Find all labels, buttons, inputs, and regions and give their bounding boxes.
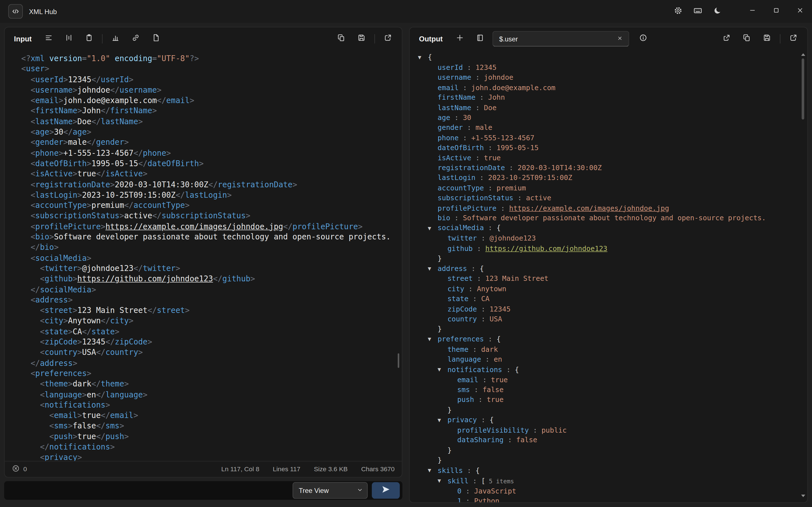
code-token: > xyxy=(77,337,82,347)
tree-url-link[interactable]: https://github.com/johndoe123 xyxy=(485,244,607,252)
settings-button[interactable] xyxy=(668,0,688,23)
tree-line: username : johndoe xyxy=(410,73,808,83)
code-token: city xyxy=(110,316,129,326)
tree-key: address xyxy=(438,264,467,272)
code-token: ?> xyxy=(190,54,199,63)
gear-icon xyxy=(673,6,682,17)
tree-line: theme : dark xyxy=(410,344,808,355)
xml-editor[interactable]: <?xml version="1.0" encoding="UTF-8"?><u… xyxy=(5,50,402,461)
tree-separator: : xyxy=(459,133,471,142)
format-button[interactable] xyxy=(41,31,57,47)
code-token xyxy=(21,369,31,378)
code-token: < xyxy=(31,295,35,304)
code-token: > xyxy=(129,316,134,326)
tree-line: lastLogin : 2023-10-25T09:15:00Z xyxy=(410,173,808,183)
tree-url-link[interactable]: https://example.com/images/johndoe.jpg xyxy=(509,204,669,212)
code-token: email xyxy=(54,411,77,420)
code-token: > xyxy=(143,169,148,179)
code-token xyxy=(21,127,31,136)
tree-key: bio xyxy=(438,214,450,222)
keyboard-button[interactable] xyxy=(688,0,707,23)
copy-output-button[interactable] xyxy=(739,31,755,47)
minify-button[interactable] xyxy=(61,31,77,47)
output-scrollbar-thumb[interactable] xyxy=(802,59,804,120)
expand-nodes-button[interactable] xyxy=(452,31,467,47)
output-scrollbar[interactable] xyxy=(801,52,806,498)
code-line: <preferences> xyxy=(21,369,402,379)
scroll-up-arrow-icon[interactable] xyxy=(801,53,805,56)
convert-button[interactable] xyxy=(372,482,400,499)
code-line: <user> xyxy=(21,64,402,74)
jsonpath-input[interactable] xyxy=(498,34,614,43)
scroll-down-arrow-icon[interactable] xyxy=(801,495,805,497)
fullscreen-input-button[interactable] xyxy=(380,31,396,47)
collapse-arrow-icon[interactable]: ▼ xyxy=(428,334,438,344)
code-token xyxy=(21,253,31,263)
code-token: </ xyxy=(213,274,222,284)
code-line: <bio>Software developer passionate about… xyxy=(21,232,402,242)
json-tree[interactable]: ▼{userId : 12345username : johndoeemail … xyxy=(410,50,808,502)
close-button[interactable] xyxy=(788,0,812,23)
collapse-arrow-icon[interactable]: ▼ xyxy=(428,223,438,233)
code-token xyxy=(21,264,40,273)
editor-scrollbar-thumb[interactable] xyxy=(398,353,400,368)
tree-key: lastLogin xyxy=(438,173,475,182)
fullscreen-output-button[interactable] xyxy=(785,31,801,47)
window-title: XML Hub xyxy=(29,8,57,15)
collapse-arrow-icon[interactable]: ▼ xyxy=(438,476,448,486)
tree-separator: : xyxy=(459,83,471,91)
toolbar-divider xyxy=(780,34,780,43)
app-window: XML Hub xyxy=(0,0,812,507)
toolbar-divider xyxy=(102,34,103,43)
clear-search-button[interactable] xyxy=(614,33,625,45)
code-token: city xyxy=(45,316,63,326)
maximize-button[interactable] xyxy=(764,0,788,23)
code-url-link[interactable]: https://github.com/johndoe123 xyxy=(77,274,213,284)
collapse-arrow-icon[interactable]: ▼ xyxy=(418,52,428,62)
code-token xyxy=(21,75,31,84)
collapse-arrow-icon[interactable]: ▼ xyxy=(428,466,438,476)
raw-view-button[interactable] xyxy=(472,31,488,47)
copy-input-button[interactable] xyxy=(334,31,349,47)
code-token: > xyxy=(87,159,92,168)
paste-icon xyxy=(85,34,93,44)
code-token: < xyxy=(40,390,45,399)
sample-file-button[interactable] xyxy=(148,31,164,47)
code-token: 12345 xyxy=(82,337,105,347)
code-line: <twitter>@johndoe123</twitter> xyxy=(21,263,402,274)
code-token: < xyxy=(31,117,35,126)
link-button[interactable] xyxy=(128,31,144,47)
query-info-button[interactable] xyxy=(635,31,651,47)
stats-button[interactable] xyxy=(108,31,123,47)
share-output-button[interactable] xyxy=(719,31,734,47)
tree-key: city xyxy=(448,284,464,293)
paste-button[interactable] xyxy=(82,31,97,47)
code-url-link[interactable]: https://example.com/images/johndoe.jpg xyxy=(105,222,283,231)
tree-line: phone : +1-555-123-4567 xyxy=(410,133,808,143)
tree-value: premium xyxy=(497,184,526,192)
code-token xyxy=(45,54,49,63)
code-token xyxy=(21,222,31,231)
collapse-arrow-icon[interactable]: ▼ xyxy=(438,415,448,425)
code-token: > xyxy=(115,327,119,336)
tree-value: 1995-05-15 xyxy=(497,144,539,152)
tree-separator: : xyxy=(463,466,476,474)
theme-toggle-button[interactable] xyxy=(707,0,727,23)
save-output-button[interactable] xyxy=(759,31,775,47)
minimize-button[interactable] xyxy=(741,0,764,23)
code-token: </ xyxy=(31,243,40,252)
code-token: zipCode xyxy=(115,337,147,347)
save-input-button[interactable] xyxy=(354,31,369,47)
char-count: Chars 3670 xyxy=(361,466,395,473)
code-token: > xyxy=(124,432,129,441)
tree-separator: : xyxy=(529,426,542,434)
code-token xyxy=(21,390,40,399)
tree-separator: : xyxy=(463,123,476,131)
collapse-arrow-icon[interactable]: ▼ xyxy=(438,365,448,375)
collapse-arrow-icon[interactable]: ▼ xyxy=(428,264,438,274)
code-token: subscriptionStatus xyxy=(35,211,119,221)
view-mode-select[interactable]: Tree View xyxy=(293,482,368,499)
code-token: < xyxy=(40,316,45,326)
code-line: <language>en</language> xyxy=(21,389,402,400)
tree-separator: : xyxy=(513,193,526,202)
